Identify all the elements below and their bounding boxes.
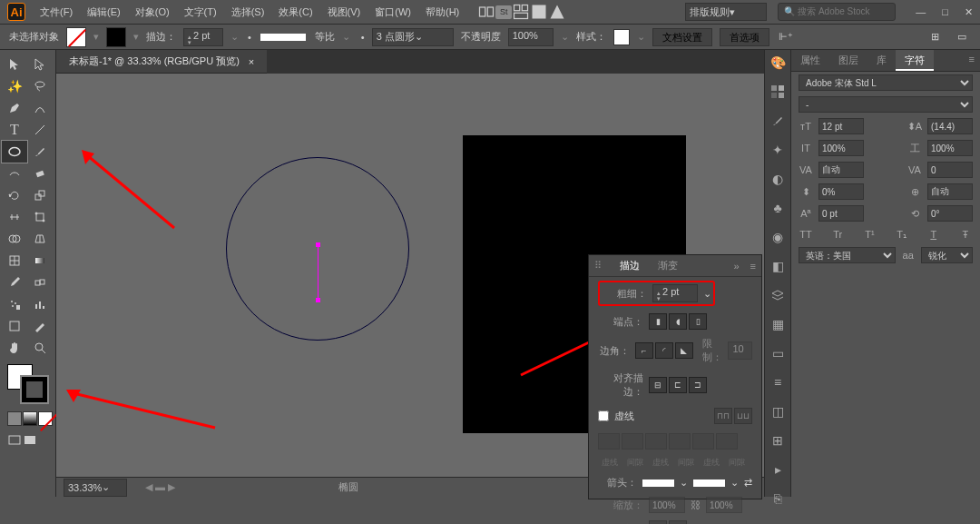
symbols-panel-icon[interactable]: ✦ — [769, 143, 786, 157]
limit-input[interactable]: 10 — [728, 341, 752, 360]
appearance-panel-icon[interactable]: ◉ — [769, 230, 786, 244]
tab-character[interactable]: 字符 — [896, 50, 934, 71]
dash-1[interactable] — [598, 433, 620, 450]
gap-1[interactable] — [622, 433, 643, 450]
transparency-panel-icon[interactable]: ◧ — [769, 259, 786, 273]
panel-menu-icon[interactable]: ≡ — [964, 50, 980, 71]
tab-properties[interactable]: 属性 — [791, 50, 829, 71]
tab-libraries[interactable]: 库 — [867, 50, 896, 71]
close-icon[interactable]: ✕ — [965, 6, 973, 18]
ellipse-tool[interactable] — [2, 141, 27, 163]
arrange-icon[interactable] — [512, 3, 530, 21]
pathfinder-panel-icon[interactable]: ◫ — [769, 404, 786, 419]
tracking-input[interactable] — [927, 162, 973, 178]
minimize-icon[interactable]: — — [916, 6, 926, 18]
dashed-checkbox[interactable] — [598, 410, 609, 421]
color-selector[interactable] — [7, 364, 48, 406]
color-mode-gradient[interactable] — [23, 411, 37, 426]
menu-type[interactable]: 文字(T) — [179, 3, 222, 22]
menu-object[interactable]: 对象(O) — [130, 3, 175, 22]
gradient-tool[interactable] — [27, 250, 53, 272]
dash-3[interactable] — [692, 433, 714, 450]
zoom-level[interactable]: 33.33% ⌄ — [64, 479, 127, 497]
caps-strike[interactable]: Ŧ — [958, 227, 973, 242]
maximize-icon[interactable]: □ — [942, 6, 948, 18]
paintbrush-tool[interactable] — [27, 141, 53, 163]
color-mode-solid[interactable] — [7, 411, 22, 426]
menu-effect[interactable]: 效果(C) — [273, 3, 318, 22]
screen-mode-normal[interactable] — [7, 433, 22, 448]
caps-sup[interactable]: T¹ — [862, 227, 877, 242]
caps-sub[interactable]: T₁ — [895, 227, 909, 242]
dash-align[interactable]: ⊔⊔ — [734, 408, 752, 424]
font-style-select[interactable]: - — [799, 96, 973, 113]
kerning-input[interactable] — [818, 162, 864, 178]
type-tool[interactable]: T — [2, 119, 27, 141]
shape-builder-tool[interactable] — [2, 228, 27, 250]
bridge-icon[interactable] — [477, 3, 495, 21]
font-size-input[interactable] — [818, 118, 864, 134]
eraser-tool[interactable] — [27, 163, 53, 184]
stroke-weight-input[interactable]: ▴▾2 pt — [183, 28, 223, 46]
stroke-swatch[interactable] — [106, 27, 126, 47]
gpu-icon[interactable] — [530, 3, 548, 21]
align-inside[interactable]: ⊏ — [669, 377, 687, 393]
transform-panel-icon[interactable]: ⊞ — [769, 433, 786, 448]
auto-input[interactable] — [927, 183, 973, 200]
swatches-panel-icon[interactable] — [769, 84, 786, 99]
antialias-select[interactable]: 锐化 — [921, 247, 973, 263]
tab-stroke[interactable]: 描边 — [611, 255, 649, 276]
stroke-collapse-icon[interactable]: » — [728, 257, 744, 275]
menu-view[interactable]: 视图(V) — [322, 3, 367, 22]
cap-projecting[interactable]: ▯ — [689, 313, 707, 330]
rotate-input[interactable] — [927, 205, 973, 222]
symbol-sprayer-tool[interactable] — [2, 293, 27, 315]
arrow-scale-start[interactable] — [649, 497, 685, 513]
hand-tool[interactable] — [2, 337, 27, 359]
artboard-tool[interactable] — [2, 315, 27, 337]
opacity-input[interactable]: 100% — [508, 28, 554, 46]
font-family-select[interactable]: Adobe 宋体 Std L — [799, 74, 973, 91]
tab-gradient[interactable]: 渐变 — [649, 255, 687, 276]
weight-input[interactable]: ▴▾2 pt — [652, 284, 698, 302]
tab-close-icon[interactable]: × — [249, 56, 254, 67]
pen-tool[interactable] — [2, 97, 27, 119]
actions-panel-icon[interactable]: ▸ — [769, 462, 786, 477]
screen-mode-full[interactable] — [23, 433, 37, 448]
document-tab[interactable]: 未标题-1* @ 33.33% (RGB/GPU 预览)× — [56, 50, 267, 74]
panel-toggle-2-icon[interactable]: ▭ — [953, 28, 971, 46]
search-stock-input[interactable]: 🔍 搜索 Adobe Stock — [778, 3, 896, 21]
eyedropper-tool[interactable] — [2, 272, 27, 293]
arrow-align-1[interactable]: → — [649, 520, 667, 524]
slice-tool[interactable] — [27, 315, 53, 337]
column-graph-tool[interactable] — [27, 293, 53, 315]
leading-input[interactable] — [927, 118, 973, 134]
brushes-panel-icon[interactable] — [769, 114, 786, 128]
curvature-tool[interactable] — [27, 97, 53, 119]
shape-anchor[interactable] — [318, 244, 318, 301]
link-scale-icon[interactable]: ⛓ — [691, 499, 701, 510]
dash-2[interactable] — [645, 433, 667, 450]
align-outside[interactable]: ⊐ — [689, 377, 707, 393]
menu-help[interactable]: 帮助(H) — [420, 3, 465, 22]
align-panel-icon[interactable]: ⊩⁺ — [777, 28, 795, 46]
align-center[interactable]: ⊟ — [649, 377, 667, 393]
selection-tool[interactable] — [2, 54, 27, 75]
dash-preserve[interactable]: ⊓⊓ — [714, 408, 732, 424]
direct-selection-tool[interactable] — [27, 54, 53, 75]
style-swatch[interactable] — [613, 29, 630, 45]
arrow-end[interactable] — [693, 480, 725, 487]
menu-edit[interactable]: 编辑(E) — [82, 3, 126, 22]
links-panel-icon[interactable]: ⎘ — [769, 491, 786, 506]
panel-toggle-1-icon[interactable]: ⊞ — [926, 28, 944, 46]
caps-tr[interactable]: Tr — [830, 227, 845, 242]
menu-file[interactable]: 文件(F) — [34, 3, 78, 22]
color-mode-none[interactable] — [38, 411, 53, 426]
lasso-tool[interactable] — [27, 75, 53, 97]
corner-round[interactable]: ◜ — [655, 342, 673, 359]
language-select[interactable]: 英语：美国 — [799, 247, 896, 263]
align-panel-icon[interactable]: ≡ — [769, 375, 786, 390]
stroke-color[interactable] — [22, 377, 47, 402]
layers-panel-icon[interactable] — [769, 288, 786, 302]
fill-swatch[interactable] — [66, 27, 86, 47]
